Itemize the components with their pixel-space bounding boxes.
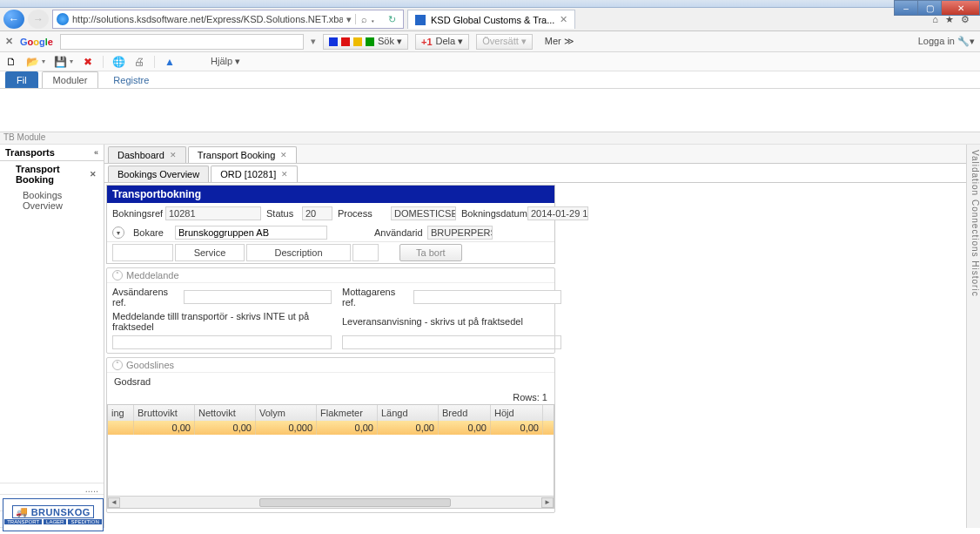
horizontal-scrollbar[interactable]: ◄ ► (108, 496, 554, 508)
sidebar-item-bookings-overview[interactable]: Bookings Overview (0, 187, 104, 213)
meddelande-section: ˄Meddelande Avsändarens ref. Mottagarens… (106, 267, 555, 354)
toolbar-close-icon[interactable]: ✕ (5, 36, 13, 47)
scroll-right-icon[interactable]: ► (541, 497, 554, 508)
url-dropdown-icon[interactable]: ▾ (346, 14, 352, 25)
scroll-left-icon[interactable]: ◄ (108, 497, 120, 508)
col-nettovikt[interactable]: Nettovikt (195, 405, 256, 421)
field-bokningsref: 10281 (165, 206, 261, 220)
ribbon-tab-moduler[interactable]: Moduler (42, 71, 99, 88)
description-header: Description (246, 244, 351, 261)
sidebar-collapse-icon[interactable]: « (94, 148, 98, 157)
google-more-button[interactable]: Mer ≫ (540, 34, 580, 50)
label-meddelande-transportor: Meddelande tilll transportör - skrivs IN… (112, 311, 332, 332)
label-leveransanvisning: Leveransanvisning - skrivs ut på fraktse… (342, 316, 561, 327)
ribbon-tab-registre[interactable]: Registre (102, 71, 160, 88)
field-meddelande-transportor[interactable] (112, 335, 332, 349)
close-icon[interactable]: ✕ (170, 151, 177, 159)
content-tabs-level2: Bookings Overview ORD [10281]✕ (104, 164, 980, 183)
collapse-icon[interactable]: ˄ (112, 270, 123, 281)
delete-icon[interactable]: ✖ (82, 56, 94, 68)
cell-ing[interactable] (108, 421, 134, 435)
cell-flakmeter[interactable]: 0,00 (317, 421, 378, 435)
field-process: DOMESTICSE (391, 206, 456, 220)
browser-forward-button[interactable]: → (28, 10, 49, 29)
ie-icon (57, 13, 69, 25)
tab-dashboard[interactable]: Dashboard✕ (108, 146, 186, 163)
cell-nettovikt[interactable]: 0,00 (195, 421, 256, 435)
tab-bookings-overview[interactable]: Bookings Overview (108, 166, 209, 182)
ta-bort-button[interactable]: Ta bort (399, 244, 462, 261)
tab-ord-10281[interactable]: ORD [10281]✕ (211, 166, 298, 182)
brunskog-logo: 🚚BRUNSKOG TRANSPORTLAGERSPEDITION (3, 498, 104, 531)
sidebar-item-close-icon[interactable]: ✕ (90, 170, 97, 179)
table-row[interactable]: 0,00 0,00 0,000 0,00 0,00 0,00 0,00 (108, 421, 554, 435)
panel-title: Transportbokning (107, 186, 554, 203)
scroll-thumb[interactable] (259, 498, 451, 507)
close-icon[interactable]: ✕ (280, 151, 287, 159)
window-maximize-button[interactable]: ▢ (917, 0, 942, 16)
print-icon[interactable]: 🖨 (133, 56, 145, 68)
window-titlebar: – ▢ ✕ (0, 0, 980, 8)
field-leveransanvisning[interactable] (342, 335, 561, 349)
truck-icon: 🚚 (16, 506, 29, 517)
col-bruttovikt[interactable]: Bruttovikt (134, 405, 195, 421)
service-selector-right[interactable] (352, 244, 379, 261)
cell-hojd[interactable]: 0,00 (491, 421, 543, 435)
search-icon[interactable]: ⌕ ▾ (355, 14, 381, 24)
label-bokare: Bokare (133, 227, 170, 238)
browser-toolbar: ← → ▾ ⌕ ▾ ↻ KSD Global Customs & Tra... … (0, 8, 980, 31)
sidebar-item-transport-booking[interactable]: Transport Booking ✕ (0, 161, 104, 187)
right-rail-tabs[interactable]: Validation Connections Historic (966, 145, 980, 528)
label-process: Process (338, 208, 386, 219)
close-icon[interactable]: ✕ (281, 170, 288, 179)
expand-bokare-icon[interactable]: ▾ (112, 226, 124, 239)
browser-back-button[interactable]: ← (3, 10, 24, 29)
tab-close-icon[interactable]: ✕ (560, 14, 567, 25)
google-login-button[interactable]: Logga in 🔧▾ (918, 36, 975, 47)
up-arrow-icon[interactable]: ▲ (164, 56, 176, 68)
service-header: Service (175, 244, 245, 261)
cell-bruttovikt[interactable]: 0,00 (134, 421, 195, 435)
help-menu[interactable]: Hjälp ▾ (211, 56, 240, 67)
new-icon[interactable]: 🗋 (5, 56, 17, 68)
window-minimize-button[interactable]: – (894, 0, 918, 16)
collapse-icon[interactable]: ˄ (112, 360, 123, 370)
google-search-input[interactable] (60, 34, 304, 50)
world-icon[interactable]: 🌐 (112, 56, 124, 68)
cell-langd[interactable]: 0,00 (378, 421, 439, 435)
col-flakmeter[interactable]: Flakmeter (317, 405, 378, 421)
label-anvandarid: Användarid (374, 227, 422, 238)
google-search-button[interactable]: Sök ▾ (323, 34, 408, 50)
field-mottagarens-ref[interactable] (413, 290, 561, 304)
url-input[interactable] (72, 14, 343, 24)
browser-tab[interactable]: KSD Global Customs & Tra... ✕ (407, 10, 575, 29)
col-bredd[interactable]: Bredd (439, 405, 491, 421)
open-icon[interactable]: 📂 (26, 56, 38, 68)
refresh-icon[interactable]: ↻ (385, 14, 399, 25)
window-close-button[interactable]: ✕ (941, 0, 980, 16)
field-avsandarens-ref[interactable] (184, 290, 332, 304)
sidebar-resize-dots[interactable]: ..... (0, 483, 104, 494)
transportbokning-panel: Transportbokning Bokningsref 10281 Statu… (106, 185, 555, 264)
field-bokare[interactable]: Brunskoggruppen AB (175, 226, 327, 240)
save-icon[interactable]: 💾 (54, 56, 66, 68)
tab-transport-booking[interactable]: Transport Booking✕ (188, 146, 297, 163)
content-tabs-level1: Dashboard✕ Transport Booking✕ (104, 145, 980, 164)
col-hojd[interactable]: Höjd (491, 405, 543, 421)
address-bar[interactable]: ▾ ⌕ ▾ ↻ (52, 10, 404, 29)
col-langd[interactable]: Längd (378, 405, 439, 421)
col-volym[interactable]: Volym (256, 405, 317, 421)
col-ing[interactable]: ing (108, 405, 134, 421)
google-share-button[interactable]: +1Dela ▾ (415, 34, 469, 50)
service-selector-left[interactable] (112, 244, 173, 261)
google-logo-icon[interactable]: Google (20, 35, 53, 48)
cell-bredd[interactable]: 0,00 (439, 421, 491, 435)
tab-favicon-icon (415, 15, 426, 25)
ribbon-tab-fil[interactable]: Fil (5, 71, 38, 88)
google-toolbar: ✕ Google ▾ Sök ▾ +1Dela ▾ Översätt ▾ Mer… (0, 31, 980, 52)
goodslines-table: ing Bruttovikt Nettovikt Volym Flakmeter… (107, 404, 554, 509)
ribbon-tabs: Fil Moduler Registre (0, 71, 980, 89)
app-toolbar: 🗋 📂▾ 💾▾ ✖ 🌐 🖨 ▲ Hjälp ▾ (0, 52, 980, 71)
cell-volym[interactable]: 0,000 (256, 421, 317, 435)
google-translate-button[interactable]: Översätt ▾ (476, 34, 533, 50)
